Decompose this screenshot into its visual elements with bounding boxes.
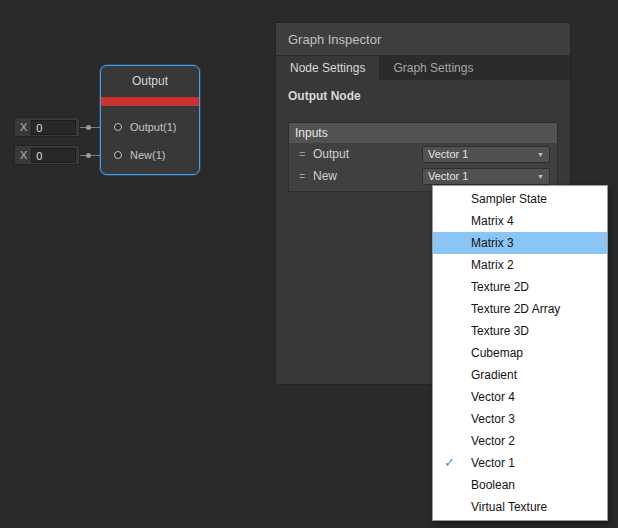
float-field-value[interactable]: 0 bbox=[31, 120, 76, 135]
chevron-down-icon: ▼ bbox=[537, 173, 544, 180]
port-circle-output[interactable] bbox=[114, 123, 122, 131]
tab-graph-settings[interactable]: Graph Settings bbox=[379, 56, 487, 80]
wire-dot-output bbox=[86, 125, 91, 130]
menu-item-vector-1[interactable]: ✓ Vector 1 bbox=[433, 452, 607, 474]
float-field-new: X 0 bbox=[14, 145, 80, 165]
chevron-down-icon: ▼ bbox=[537, 151, 544, 158]
port-row-output: Output(1) bbox=[101, 113, 199, 141]
menu-item-matrix-2[interactable]: Matrix 2 bbox=[433, 254, 607, 276]
node-title: Output bbox=[101, 66, 199, 97]
axis-label: X bbox=[20, 149, 27, 161]
input-row-output: = Output Vector 1 ▼ bbox=[289, 143, 557, 165]
wire-dot-new bbox=[86, 153, 91, 158]
type-select-new[interactable]: Vector 1 ▼ bbox=[422, 168, 550, 185]
menu-item-boolean[interactable]: Boolean bbox=[433, 474, 607, 496]
menu-item-texture-2d-array[interactable]: Texture 2D Array bbox=[433, 298, 607, 320]
menu-item-gradient[interactable]: Gradient bbox=[433, 364, 607, 386]
menu-item-virtual-texture[interactable]: Virtual Texture bbox=[433, 496, 607, 518]
select-value: Vector 1 bbox=[428, 170, 468, 182]
menu-item-texture-2d[interactable]: Texture 2D bbox=[433, 276, 607, 298]
input-row-label: New bbox=[313, 169, 422, 183]
axis-label: X bbox=[20, 121, 27, 133]
shader-graph-canvas: X 0 X 0 Output Output(1) New(1) Graph In… bbox=[0, 0, 618, 528]
menu-item-texture-3d[interactable]: Texture 3D bbox=[433, 320, 607, 342]
port-row-new: New(1) bbox=[101, 141, 199, 169]
port-circle-new[interactable] bbox=[114, 151, 122, 159]
menu-item-vector-3[interactable]: Vector 3 bbox=[433, 408, 607, 430]
node-accent-bar bbox=[101, 97, 199, 106]
inputs-body: = Output Vector 1 ▼ = New Vector 1 ▼ bbox=[289, 143, 557, 191]
panel-title: Graph Inspector bbox=[276, 23, 570, 56]
menu-item-vector-2[interactable]: Vector 2 bbox=[433, 430, 607, 452]
output-node[interactable]: Output Output(1) New(1) bbox=[100, 65, 200, 175]
drag-handle-icon[interactable]: = bbox=[299, 170, 313, 182]
select-value: Vector 1 bbox=[428, 148, 468, 160]
inspector-body: Output Node Inputs = Output Vector 1 ▼ = bbox=[276, 89, 570, 192]
tab-node-settings[interactable]: Node Settings bbox=[276, 56, 379, 80]
menu-item-matrix-4[interactable]: Matrix 4 bbox=[433, 210, 607, 232]
drag-handle-icon[interactable]: = bbox=[299, 148, 313, 160]
input-row-label: Output bbox=[313, 147, 422, 161]
float-field-output: X 0 bbox=[14, 117, 80, 137]
port-label: New(1) bbox=[130, 149, 165, 161]
inspector-tab-bar: Node Settings Graph Settings bbox=[276, 56, 570, 80]
menu-item-matrix-3[interactable]: Matrix 3 bbox=[433, 232, 607, 254]
menu-item-vector-4[interactable]: Vector 4 bbox=[433, 386, 607, 408]
menu-item-label: Vector 1 bbox=[471, 456, 515, 470]
inputs-box: Inputs = Output Vector 1 ▼ = New bbox=[288, 122, 558, 192]
inputs-header: Inputs bbox=[289, 123, 557, 143]
type-select-output[interactable]: Vector 1 ▼ bbox=[422, 146, 550, 163]
input-row-new: = New Vector 1 ▼ bbox=[289, 165, 557, 187]
float-field-value[interactable]: 0 bbox=[31, 148, 76, 163]
node-ports: Output(1) New(1) bbox=[101, 106, 199, 169]
menu-item-sampler-state[interactable]: Sampler State bbox=[433, 188, 607, 210]
menu-item-cubemap[interactable]: Cubemap bbox=[433, 342, 607, 364]
type-dropdown-menu: Sampler State Matrix 4 Matrix 3 Matrix 2… bbox=[432, 185, 608, 521]
check-icon: ✓ bbox=[444, 452, 455, 474]
port-label: Output(1) bbox=[130, 121, 176, 133]
section-title: Output Node bbox=[288, 89, 558, 103]
